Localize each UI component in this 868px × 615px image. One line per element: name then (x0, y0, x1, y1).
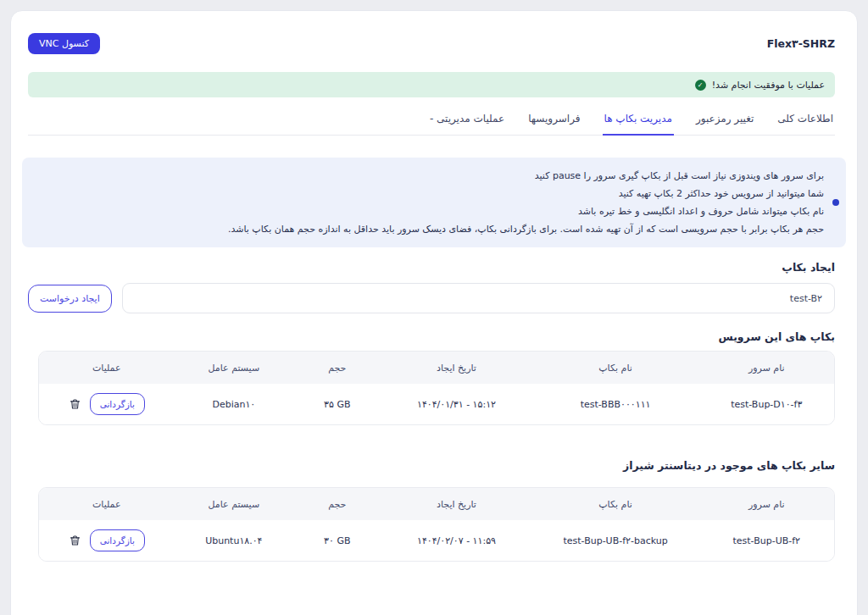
tab-backup-management[interactable]: مدیریت بکاپ ها (603, 108, 674, 136)
col-size: حجم (293, 488, 381, 520)
restore-button[interactable]: بازگردانی (90, 393, 145, 415)
cell-size: ۳۵ GB (293, 384, 381, 424)
delete-button[interactable] (69, 397, 81, 411)
topbar: Flex۳-SHRZ کنسول VNC (28, 33, 835, 54)
create-backup-row: ایجاد درخواست (28, 283, 835, 313)
table-header-row: نام سرور نام بکاپ تاریخ ایجاد حجم سیستم … (39, 352, 834, 384)
col-server-name: نام سرور (699, 352, 834, 384)
tab-admin-operations[interactable]: عملیات مدیریتی - (428, 108, 506, 135)
info-line: شما میتوانید از سرویس خود حداکثر 2 بکاپ … (44, 185, 824, 202)
cell-created-date: ۱۴۰۴/۰۱/۳۱ - ۱۵:۱۲ (381, 384, 531, 424)
backup-name-input[interactable] (122, 283, 835, 313)
col-os: سیستم عامل (175, 352, 294, 384)
col-operations: عملیات (39, 488, 175, 520)
tab-change-password[interactable]: تغییر رمزعبور (694, 108, 755, 135)
tab-general-info[interactable]: اطلاعات کلی (776, 108, 835, 135)
info-line: برای سرور های ویندوزی نیاز است قبل از بک… (44, 167, 824, 185)
col-backup-name: نام بکاپ (532, 488, 699, 520)
cell-server-name: test-Bup-D۱۰-f۳ (699, 384, 834, 424)
create-request-button[interactable]: ایجاد درخواست (28, 285, 112, 313)
cell-server-name: test-Bup-UB-f۲ (699, 520, 834, 561)
col-os: سیستم عامل (175, 488, 294, 520)
cell-created-date: ۱۴۰۴/۰۲/۰۷ - ۱۱:۵۹ (381, 520, 531, 561)
service-backups-table: نام سرور نام بکاپ تاریخ ایجاد حجم سیستم … (38, 351, 835, 425)
cell-size: ۳۰ GB (293, 520, 381, 561)
col-created-date: تاریخ ایجاد (381, 488, 531, 520)
success-alert-text: عملیات با موفقیت انجام شد! (712, 80, 825, 91)
table-row: test-Bup-D۱۰-f۳ test-BBB۰۰۰۱۱۱ ۱۴۰۴/۰۱/۳… (39, 384, 834, 424)
cell-backup-name: test-BBB۰۰۰۱۱۱ (532, 384, 699, 424)
cell-os: Ubuntu۱۸.۰۴ (175, 520, 294, 561)
cell-operations: بازگردانی (39, 520, 175, 561)
col-operations: عملیات (39, 352, 175, 384)
service-backups-title: بکاپ های این سرویس (28, 330, 835, 343)
col-server-name: نام سرور (699, 488, 834, 520)
cell-backup-name: test-Bup-UB-f۲-backup (532, 520, 699, 561)
col-backup-name: نام بکاپ (532, 352, 699, 384)
cell-os: Debian۱۰ (175, 384, 294, 424)
tab-meta-services[interactable]: فراسرویسها (526, 108, 581, 135)
trash-icon (69, 397, 81, 411)
col-created-date: تاریخ ایجاد (381, 352, 531, 384)
info-icon (832, 199, 839, 206)
other-backups-title: سایر بکاپ های موجود در دیتاسنتر شیراز (28, 459, 835, 472)
panel-card: Flex۳-SHRZ کنسول VNC عملیات با موفقیت ان… (10, 10, 858, 615)
info-box: برای سرور های ویندوزی نیاز است قبل از بک… (22, 158, 846, 247)
restore-button[interactable]: بازگردانی (90, 529, 145, 551)
vnc-console-button[interactable]: کنسول VNC (28, 33, 100, 54)
success-alert: عملیات با موفقیت انجام شد! ✓ (28, 72, 835, 97)
other-backups-table: نام سرور نام بکاپ تاریخ ایجاد حجم سیستم … (38, 487, 835, 562)
info-line: نام بکاپ میتواند شامل حروف و اعداد انگلی… (44, 202, 824, 220)
col-size: حجم (293, 352, 381, 384)
page-title: Flex۳-SHRZ (767, 37, 835, 50)
trash-icon (69, 534, 81, 547)
delete-button[interactable] (69, 534, 81, 547)
table-header-row: نام سرور نام بکاپ تاریخ ایجاد حجم سیستم … (39, 488, 834, 520)
cell-operations: بازگردانی (39, 384, 175, 424)
check-circle-icon: ✓ (695, 80, 706, 91)
create-backup-title: ایجاد بکاپ (28, 261, 835, 274)
tabs-bar: اطلاعات کلی تغییر رمزعبور مدیریت بکاپ ها… (28, 108, 835, 136)
info-line: حجم هر بکاپ برابر با حجم سرویسی است که ا… (44, 220, 824, 238)
table-row: test-Bup-UB-f۲ test-Bup-UB-f۲-backup ۱۴۰… (39, 520, 834, 561)
